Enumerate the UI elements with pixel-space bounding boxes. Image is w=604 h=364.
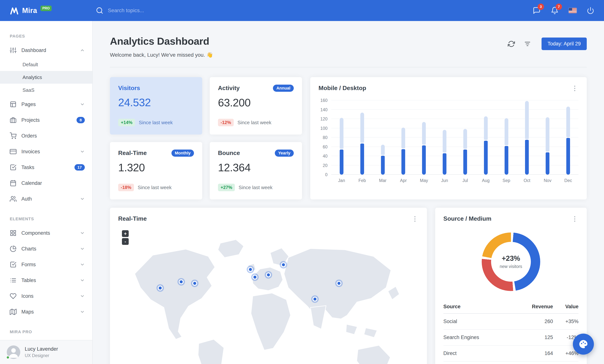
table-header-row: Source Revenue Value (443, 300, 579, 314)
sidebar-section-elements: Elements (0, 207, 92, 225)
bar-jun (443, 130, 446, 175)
date-range-button[interactable]: Today: April 29 (541, 38, 587, 50)
zoom-out-button[interactable]: - (122, 238, 129, 245)
map-zoom-controls: + - (122, 230, 129, 245)
map-marker-8[interactable] (313, 297, 317, 301)
sidebar-subitem-default[interactable]: Default (0, 58, 92, 71)
user-role: UX Designer (25, 353, 58, 358)
map-marker-6[interactable] (266, 272, 271, 277)
pro-badge: PRO (40, 6, 51, 11)
world-map[interactable]: + - (118, 229, 419, 364)
stat-card-realtime: Real-Time Monthly 1.320 -18% Since last … (110, 142, 202, 200)
sidebar-subitem-analytics[interactable]: Analytics (0, 71, 92, 84)
language-button[interactable] (569, 8, 577, 13)
sidebar-item-dashboard[interactable]: Dashboard (0, 42, 92, 58)
alerts-count-badge: 7 (556, 4, 562, 10)
header-actions: Today: April 29 (508, 38, 587, 50)
sidebar-item-tasks[interactable]: Tasks 17 (0, 160, 92, 175)
mira-logo-icon (10, 6, 19, 15)
filter-icon (524, 40, 531, 48)
sidebar-item-maps[interactable]: Maps (0, 304, 92, 320)
stat-caption: Since last week (239, 185, 273, 190)
y-axis: 020406080100120140160 (318, 100, 331, 175)
header-divider (110, 67, 587, 67)
search-icon (96, 7, 103, 14)
y-tick-label: 140 (320, 107, 327, 113)
sidebar-item-components[interactable]: Components (0, 225, 92, 241)
heart-icon (10, 293, 16, 300)
map-marker-2[interactable] (179, 279, 184, 284)
y-tick-label: 0 (325, 172, 327, 177)
bar-dec (566, 107, 570, 175)
main-content: Analytics Dashboard Welcome back, Lucy! … (93, 21, 604, 364)
chevron-down-icon (80, 196, 85, 201)
y-tick-label: 120 (320, 116, 327, 122)
sidebar-item-pages[interactable]: Pages (0, 96, 92, 112)
sidebar-item-label: Maps (21, 309, 75, 315)
sidebar-item-label: Charts (21, 246, 75, 252)
bar-segment-desktop (402, 128, 405, 148)
period-badge: Yearly (275, 150, 294, 157)
filter-button[interactable] (524, 40, 531, 48)
bar-segment-mobile (484, 141, 488, 175)
mobile-desktop-card: Mobile / Desktop 020406080100120140160 J… (310, 77, 587, 200)
refresh-button[interactable] (508, 40, 515, 48)
theme-settings-button[interactable] (573, 334, 594, 355)
card-menu-button[interactable] (571, 85, 579, 92)
pie-chart-icon (10, 245, 16, 252)
map-markers-layer (118, 229, 419, 364)
user-profile[interactable]: Lucy Lavender UX Designer (0, 340, 92, 364)
map-marker-3[interactable] (192, 281, 197, 286)
sidebar-item-icons[interactable]: Icons (0, 288, 92, 304)
x-axis-label: Mar (373, 178, 393, 183)
zoom-in-button[interactable]: + (122, 230, 129, 237)
map-marker-4[interactable] (248, 267, 253, 272)
period-badge: Annual (273, 85, 294, 92)
bar-segment-desktop (463, 129, 467, 149)
map-marker-7[interactable] (281, 262, 286, 267)
sidebar-scroll: Pages Dashboard Default Analytics SaaS P… (0, 21, 92, 364)
brand[interactable]: Mira PRO (10, 5, 51, 16)
sidebar-item-tables[interactable]: Tables (0, 272, 92, 288)
sidebar-item-label: Projects (21, 117, 72, 123)
search-input[interactable] (108, 8, 194, 13)
map-icon (10, 308, 16, 315)
bar-segment-desktop (484, 116, 488, 140)
card-menu-button[interactable] (411, 215, 419, 223)
sidebar-item-charts[interactable]: Charts (0, 241, 92, 257)
shopping-cart-icon (10, 132, 16, 139)
stat-value: 1.320 (118, 161, 194, 174)
sidebar-item-orders[interactable]: Orders (0, 128, 92, 144)
messages-count-badge: 3 (538, 4, 544, 10)
sidebar-item-projects[interactable]: Projects 8 (0, 112, 92, 128)
sidebar-item-label: Components (21, 230, 75, 236)
map-marker-5[interactable] (252, 275, 257, 280)
bar-segment-mobile (340, 150, 343, 175)
x-axis-label: Aug (476, 178, 496, 183)
sidebar-item-auth[interactable]: Auth (0, 191, 92, 207)
bar-sep (504, 118, 508, 175)
source-medium-card: Source / Medium +23% new visitors (435, 208, 587, 364)
cell-source: Direct (443, 345, 512, 361)
card-menu-button[interactable] (571, 215, 579, 223)
sidebar-item-label: Icons (21, 293, 75, 299)
sidebar-item-invoices[interactable]: Invoices (0, 144, 92, 160)
check-square-icon (10, 261, 16, 268)
stat-title: Visitors (118, 85, 140, 92)
bar-column-jun (434, 100, 455, 175)
map-marker-1[interactable] (158, 286, 163, 290)
sidebar-item-forms[interactable]: Forms (0, 257, 92, 272)
y-tick-label: 40 (323, 154, 327, 159)
sidebar-item-calendar[interactable]: Calendar (0, 175, 92, 191)
table-row: Direct 164 +46% (443, 345, 579, 361)
map-marker-9[interactable] (337, 281, 341, 286)
messages-button[interactable]: 3 (533, 7, 541, 14)
brand-name: Mira (22, 5, 37, 16)
notifications-button[interactable]: 7 (551, 7, 559, 14)
bar-segment-desktop (504, 118, 508, 145)
stat-card-bounce: Bounce Yearly 12.364 +27% Since last wee… (210, 142, 302, 200)
signout-button[interactable] (587, 7, 594, 14)
sidebar-subitem-saas[interactable]: SaaS (0, 84, 92, 96)
donut-center: +23% new visitors (491, 242, 531, 282)
stat-delta-badge: -12% (218, 119, 234, 126)
